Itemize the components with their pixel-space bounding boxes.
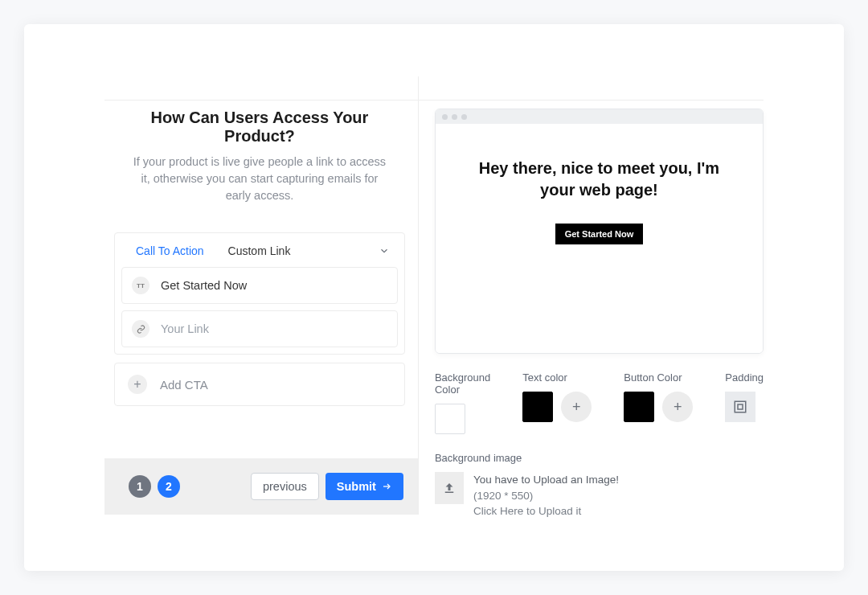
background-color-control: Background Color (435, 371, 490, 434)
left-column: How Can Users Access Your Product? If yo… (104, 76, 418, 515)
background-image-section: Background image You have to Upload an I… (435, 452, 764, 519)
left-header: How Can Users Access Your Product? If yo… (114, 76, 405, 204)
window-dot (452, 114, 457, 120)
cta-type-select[interactable]: Custom Link (228, 244, 390, 257)
wizard-footer: 1 2 previous Submit (104, 458, 418, 515)
step-1-indicator[interactable]: 1 (129, 475, 151, 498)
builder-card: How Can Users Access Your Product? If yo… (24, 24, 844, 571)
cta-link-field[interactable] (121, 310, 398, 347)
preview-window: Hey there, nice to meet you, I'm your we… (435, 109, 764, 354)
upload-image-button[interactable]: You have to Upload an Image! (1920 * 550… (435, 472, 764, 519)
cta-link-input[interactable] (161, 322, 387, 335)
columns: How Can Users Access Your Product? If yo… (104, 76, 764, 515)
preview-heading: Hey there, nice to meet you, I'm your we… (470, 158, 727, 201)
preview-cta-button: Get Started Now (555, 224, 644, 244)
bg-color-swatch[interactable] (435, 404, 465, 434)
upload-warning: You have to Upload an Image! (473, 472, 619, 488)
submit-label: Submit (337, 480, 376, 493)
padding-control: Padding (725, 371, 764, 434)
right-column: Hey there, nice to meet you, I'm your we… (419, 76, 764, 515)
page-subtitle: If your product is live give people a li… (129, 154, 391, 204)
button-color-label: Button Color (624, 371, 693, 384)
bg-color-label: Background Color (435, 371, 490, 396)
svg-rect-2 (738, 404, 743, 409)
preview-titlebar (436, 109, 763, 124)
plus-icon: + (128, 375, 147, 394)
add-text-color-button[interactable]: + (561, 392, 592, 422)
submit-button[interactable]: Submit (326, 473, 403, 500)
link-icon (132, 320, 149, 338)
bg-image-label: Background image (435, 452, 764, 464)
step-2-indicator[interactable]: 2 (158, 475, 180, 498)
text-color-control: Text color + (522, 371, 592, 434)
preview-body: Hey there, nice to meet you, I'm your we… (436, 124, 763, 353)
window-dot (461, 114, 467, 120)
cta-text-input[interactable] (161, 279, 387, 292)
arrow-right-icon (381, 482, 392, 491)
text-color-swatch[interactable] (522, 392, 553, 422)
upload-dimensions: (1920 * 550) (473, 488, 619, 504)
window-dot (442, 114, 448, 120)
text-icon: TT (132, 277, 149, 294)
text-color-label: Text color (522, 371, 592, 384)
upload-text: You have to Upload an Image! (1920 * 550… (473, 472, 619, 519)
padding-icon (733, 400, 747, 414)
cta-panel-header: Call To Action Custom Link (115, 233, 404, 267)
cta-type-value: Custom Link (228, 244, 291, 257)
button-color-control: Button Color + (624, 371, 693, 434)
cta-text-field[interactable]: TT (121, 267, 398, 304)
padding-label: Padding (725, 371, 764, 384)
cta-panel: Call To Action Custom Link TT (114, 232, 405, 355)
cta-label: Call To Action (136, 244, 204, 257)
padding-button[interactable] (725, 392, 755, 422)
svg-rect-1 (735, 401, 747, 412)
divider (104, 100, 764, 101)
add-button-color-button[interactable]: + (662, 392, 693, 422)
add-cta-label: Add CTA (160, 378, 208, 392)
upload-icon (435, 472, 464, 504)
style-controls: Background Color Text color + Button Col… (435, 371, 764, 434)
page-title: How Can Users Access Your Product? (114, 109, 405, 146)
add-cta-button[interactable]: + Add CTA (114, 363, 405, 406)
chevron-down-icon (379, 245, 390, 256)
upload-hint: Click Here to Upload it (473, 503, 619, 519)
previous-button[interactable]: previous (251, 473, 319, 500)
button-color-swatch[interactable] (624, 392, 654, 422)
